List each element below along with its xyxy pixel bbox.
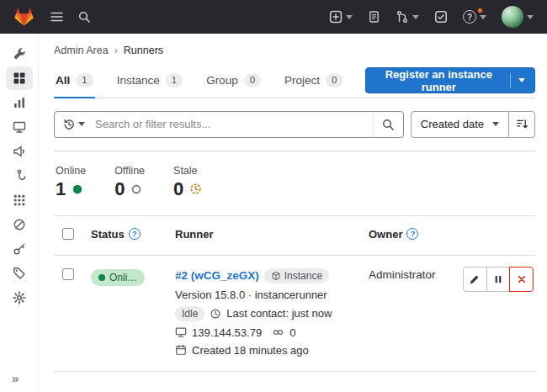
topbar-right-group: ?: [326, 3, 537, 31]
gitlab-admin-runners-page: ?: [0, 0, 547, 392]
search-icon: [77, 10, 91, 24]
chevron-down-icon: [480, 15, 486, 19]
tab-label: Project: [284, 74, 320, 87]
status-column-header: Status: [91, 228, 125, 241]
tab-instance[interactable]: Instance 1: [115, 63, 184, 98]
stat-stale-label: Stale: [173, 165, 202, 177]
runner-row: Onli… #2 (wCG_zeGX) Instance: [54, 256, 535, 372]
runner-state-badge: Idle: [175, 306, 204, 321]
stat-stale-value: 0: [173, 180, 183, 199]
register-instance-runner-button[interactable]: Register an instance runner: [365, 67, 536, 93]
sidebar-item-labels[interactable]: [6, 262, 33, 285]
runner-version: Version 15.8.0 · instancerunner: [175, 289, 327, 301]
pause-icon: [493, 274, 503, 284]
delete-runner-button[interactable]: [509, 267, 534, 292]
edit-runner-button[interactable]: [463, 267, 487, 292]
tab-project[interactable]: Project 0: [283, 63, 344, 98]
runner-type-badge: Instance: [264, 268, 329, 283]
tab-all[interactable]: All 1: [54, 63, 95, 98]
runners-table: Status ? Runner Owner ?: [54, 215, 535, 372]
runner-type-badge-label: Instance: [284, 270, 322, 282]
search-submit-button[interactable]: [373, 112, 403, 137]
runner-tabs-bar: All 1 Instance 1 Group 0 Project 0 Regis…: [54, 63, 535, 98]
grid-icon: [13, 72, 26, 85]
search-input[interactable]: [90, 118, 373, 130]
tag-icon: [13, 267, 26, 280]
tab-label: Instance: [117, 74, 160, 87]
merge-request-icon: [396, 10, 409, 24]
sidebar-item-admin[interactable]: [6, 42, 33, 66]
runner-ip-address: 139.144.53.79: [192, 326, 262, 339]
pencil-icon: [469, 273, 481, 285]
breadcrumb-admin-area[interactable]: Admin Area: [54, 45, 109, 56]
chevron-down-icon: [346, 15, 353, 19]
todos-button[interactable]: [431, 7, 451, 27]
sidebar-item-deploy-keys[interactable]: [6, 237, 33, 261]
new-menu-dropdown[interactable]: [326, 7, 356, 27]
issues-button[interactable]: [364, 7, 384, 27]
filter-row: Created date: [54, 111, 535, 138]
sidebar-item-overview[interactable]: [6, 66, 33, 90]
chevron-down-icon: [518, 78, 525, 82]
sort-descending-icon: [516, 118, 528, 130]
help-icon: ?: [463, 10, 476, 24]
tab-count-badge: 1: [166, 73, 183, 87]
owner-help-icon[interactable]: ?: [406, 228, 418, 240]
runner-link[interactable]: #2 (wCG_zeGX): [175, 269, 259, 282]
gitlab-tanuki-icon: [13, 7, 35, 27]
link-icon: [272, 326, 284, 338]
wrench-icon: [13, 47, 26, 61]
global-search-button[interactable]: [74, 7, 94, 27]
owner-column-header: Owner: [369, 228, 402, 241]
status-help-icon[interactable]: ?: [129, 228, 141, 240]
sidebar-item-spam-logs[interactable]: [6, 213, 33, 236]
user-menu-dropdown[interactable]: [498, 3, 537, 31]
gitlab-logo[interactable]: [10, 3, 38, 30]
notification-dot: [477, 8, 483, 13]
online-dot-icon: [72, 183, 83, 195]
tab-group[interactable]: Group 0: [204, 63, 263, 98]
row-checkbox[interactable]: [62, 268, 74, 280]
tab-count-badge: 0: [244, 73, 261, 87]
runner-last-contact: Last contact: just now: [226, 307, 332, 320]
sidebar-collapse-button[interactable]: »: [0, 371, 39, 385]
sidebar-item-applications[interactable]: [6, 188, 33, 212]
monitor-icon: [175, 326, 187, 338]
owner-link[interactable]: Administrator: [369, 268, 436, 281]
sidebar-item-system-hooks[interactable]: [6, 164, 33, 188]
table-header-row: Status ? Runner Owner ?: [54, 216, 535, 256]
sort-by-dropdown[interactable]: Created date: [411, 111, 509, 138]
hamburger-menu-button[interactable]: [46, 7, 67, 27]
sidebar-item-settings[interactable]: [6, 286, 33, 310]
tab-count-badge: 1: [76, 73, 93, 87]
close-icon: [517, 274, 527, 284]
merge-requests-dropdown[interactable]: [392, 7, 422, 27]
megaphone-icon: [13, 145, 26, 158]
sidebar-item-analytics[interactable]: [6, 91, 33, 114]
stat-offline-value: 0: [114, 180, 125, 199]
tab-label: Group: [206, 74, 238, 87]
search-history-dropdown[interactable]: [55, 112, 90, 137]
breadcrumb-separator: ›: [114, 45, 118, 56]
sidebar-item-monitoring[interactable]: [6, 115, 33, 139]
calendar-icon: [175, 344, 187, 356]
select-all-checkbox[interactable]: [62, 228, 74, 240]
key-icon: [13, 242, 26, 256]
sidebar-item-messages[interactable]: [6, 140, 33, 163]
runner-stats: Online 1 Offline 0 Stale: [54, 151, 535, 215]
breadcrumb: Admin Area › Runners: [54, 45, 535, 56]
row-actions: [463, 256, 535, 306]
gear-icon: [13, 291, 26, 305]
status-badge: Onli…: [91, 269, 145, 286]
runner-created-ago: Created 18 minutes ago: [192, 344, 309, 357]
runner-jobs-count-link[interactable]: 0: [289, 326, 295, 339]
pause-runner-button[interactable]: [486, 267, 511, 292]
runner-state-badge-label: Idle: [182, 308, 198, 320]
stale-clock-icon: [189, 183, 202, 195]
tab-label: All: [56, 74, 70, 87]
help-dropdown[interactable]: ?: [459, 7, 490, 27]
runner-details-cell: #2 (wCG_zeGX) Instance Version 15.8.0 · …: [175, 256, 369, 371]
sort-direction-button[interactable]: [508, 111, 535, 138]
top-navigation-bar: ?: [0, 0, 547, 34]
chevron-down-icon: [78, 122, 85, 126]
